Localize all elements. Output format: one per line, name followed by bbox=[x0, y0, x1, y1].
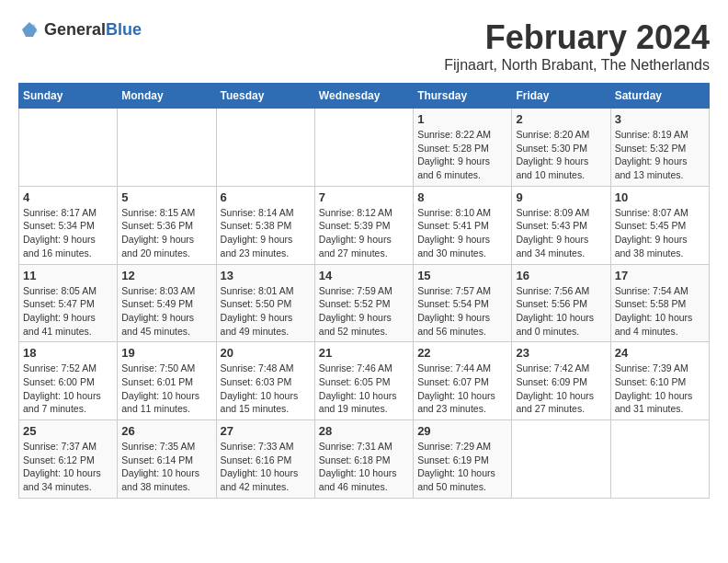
calendar-cell: 5Sunrise: 8:15 AM Sunset: 5:36 PM Daylig… bbox=[118, 186, 216, 264]
day-info: Sunrise: 8:20 AM Sunset: 5:30 PM Dayligh… bbox=[516, 128, 606, 182]
weekday-header-wednesday: Wednesday bbox=[314, 84, 413, 109]
calendar-cell: 18Sunrise: 7:52 AM Sunset: 6:00 PM Dayli… bbox=[19, 342, 118, 420]
day-number: 16 bbox=[516, 269, 606, 282]
day-info: Sunrise: 8:22 AM Sunset: 5:28 PM Dayligh… bbox=[417, 128, 507, 182]
weekday-header-monday: Monday bbox=[118, 84, 216, 109]
day-number: 7 bbox=[319, 190, 409, 204]
weekday-header-tuesday: Tuesday bbox=[216, 84, 314, 109]
day-info: Sunrise: 8:10 AM Sunset: 5:41 PM Dayligh… bbox=[417, 206, 507, 260]
calendar-cell: 19Sunrise: 7:50 AM Sunset: 6:01 PM Dayli… bbox=[118, 342, 216, 420]
day-number: 25 bbox=[23, 424, 113, 438]
calendar-cell: 3Sunrise: 8:19 AM Sunset: 5:32 PM Daylig… bbox=[610, 109, 709, 187]
calendar-cell: 15Sunrise: 7:57 AM Sunset: 5:54 PM Dayli… bbox=[414, 264, 512, 342]
day-number: 26 bbox=[121, 424, 211, 438]
logo-general: General bbox=[44, 20, 106, 39]
day-number: 19 bbox=[121, 346, 211, 360]
day-number: 18 bbox=[23, 346, 113, 360]
subtitle: Fijnaart, North Brabant, The Netherlands bbox=[444, 57, 710, 74]
day-number: 20 bbox=[221, 346, 311, 360]
calendar-cell: 14Sunrise: 7:59 AM Sunset: 5:52 PM Dayli… bbox=[314, 264, 413, 342]
day-info: Sunrise: 7:46 AM Sunset: 6:05 PM Dayligh… bbox=[319, 362, 409, 416]
calendar-cell: 9Sunrise: 8:09 AM Sunset: 5:43 PM Daylig… bbox=[512, 186, 610, 264]
calendar-cell: 27Sunrise: 7:33 AM Sunset: 6:16 PM Dayli… bbox=[216, 420, 314, 499]
day-info: Sunrise: 8:09 AM Sunset: 5:43 PM Dayligh… bbox=[516, 206, 606, 260]
calendar-cell: 23Sunrise: 7:42 AM Sunset: 6:09 PM Dayli… bbox=[512, 342, 610, 420]
day-number: 5 bbox=[121, 190, 211, 204]
calendar-body: 1Sunrise: 8:22 AM Sunset: 5:28 PM Daylig… bbox=[19, 109, 710, 499]
day-number: 17 bbox=[615, 269, 705, 282]
day-info: Sunrise: 7:52 AM Sunset: 6:00 PM Dayligh… bbox=[23, 362, 113, 416]
day-info: Sunrise: 8:15 AM Sunset: 5:36 PM Dayligh… bbox=[121, 206, 211, 260]
calendar-cell: 4Sunrise: 8:17 AM Sunset: 5:34 PM Daylig… bbox=[19, 186, 118, 264]
calendar-cell: 7Sunrise: 8:12 AM Sunset: 5:39 PM Daylig… bbox=[314, 186, 413, 264]
calendar-table: SundayMondayTuesdayWednesdayThursdayFrid… bbox=[18, 83, 710, 499]
calendar-week-5: 25Sunrise: 7:37 AM Sunset: 6:12 PM Dayli… bbox=[19, 420, 710, 499]
calendar-cell: 2Sunrise: 8:20 AM Sunset: 5:30 PM Daylig… bbox=[512, 109, 610, 187]
calendar-cell bbox=[19, 109, 118, 187]
day-info: Sunrise: 7:44 AM Sunset: 6:07 PM Dayligh… bbox=[417, 362, 507, 416]
calendar-cell: 13Sunrise: 8:01 AM Sunset: 5:50 PM Dayli… bbox=[216, 264, 314, 342]
logo-text: GeneralBlue bbox=[44, 20, 142, 40]
day-info: Sunrise: 8:17 AM Sunset: 5:34 PM Dayligh… bbox=[23, 206, 113, 260]
day-number: 10 bbox=[615, 190, 705, 204]
logo-blue: Blue bbox=[106, 20, 142, 39]
calendar-cell: 22Sunrise: 7:44 AM Sunset: 6:07 PM Dayli… bbox=[414, 342, 512, 420]
day-info: Sunrise: 7:31 AM Sunset: 6:18 PM Dayligh… bbox=[319, 440, 409, 494]
day-number: 23 bbox=[516, 346, 606, 360]
weekday-header-thursday: Thursday bbox=[414, 84, 512, 109]
day-number: 6 bbox=[221, 190, 311, 204]
day-number: 8 bbox=[417, 190, 507, 204]
weekday-header-saturday: Saturday bbox=[610, 84, 709, 109]
header: GeneralBlue February 2024 Fijnaart, Nort… bbox=[18, 18, 710, 74]
day-number: 13 bbox=[221, 269, 311, 282]
calendar-cell bbox=[314, 109, 413, 187]
calendar-cell: 8Sunrise: 8:10 AM Sunset: 5:41 PM Daylig… bbox=[414, 186, 512, 264]
main-title: February 2024 bbox=[444, 18, 710, 57]
calendar-cell: 6Sunrise: 8:14 AM Sunset: 5:38 PM Daylig… bbox=[216, 186, 314, 264]
day-info: Sunrise: 8:01 AM Sunset: 5:50 PM Dayligh… bbox=[221, 284, 311, 339]
day-number: 2 bbox=[516, 112, 606, 126]
calendar-cell: 29Sunrise: 7:29 AM Sunset: 6:19 PM Dayli… bbox=[414, 420, 512, 499]
day-info: Sunrise: 7:42 AM Sunset: 6:09 PM Dayligh… bbox=[516, 362, 606, 416]
day-info: Sunrise: 7:39 AM Sunset: 6:10 PM Dayligh… bbox=[615, 362, 705, 416]
day-info: Sunrise: 7:33 AM Sunset: 6:16 PM Dayligh… bbox=[221, 440, 311, 494]
day-info: Sunrise: 8:05 AM Sunset: 5:47 PM Dayligh… bbox=[23, 284, 113, 339]
day-number: 22 bbox=[417, 346, 507, 360]
day-info: Sunrise: 8:14 AM Sunset: 5:38 PM Dayligh… bbox=[221, 206, 311, 260]
calendar-cell: 10Sunrise: 8:07 AM Sunset: 5:45 PM Dayli… bbox=[610, 186, 709, 264]
day-info: Sunrise: 7:37 AM Sunset: 6:12 PM Dayligh… bbox=[23, 440, 113, 494]
day-number: 28 bbox=[319, 424, 409, 438]
calendar-cell: 24Sunrise: 7:39 AM Sunset: 6:10 PM Dayli… bbox=[610, 342, 709, 420]
calendar-cell bbox=[610, 420, 709, 499]
day-number: 12 bbox=[121, 269, 211, 282]
day-info: Sunrise: 7:56 AM Sunset: 5:56 PM Dayligh… bbox=[516, 284, 606, 339]
weekday-row: SundayMondayTuesdayWednesdayThursdayFrid… bbox=[19, 84, 710, 109]
day-info: Sunrise: 8:03 AM Sunset: 5:49 PM Dayligh… bbox=[121, 284, 211, 339]
day-number: 21 bbox=[319, 346, 409, 360]
weekday-header-friday: Friday bbox=[512, 84, 610, 109]
calendar-week-4: 18Sunrise: 7:52 AM Sunset: 6:00 PM Dayli… bbox=[19, 342, 710, 420]
day-info: Sunrise: 8:19 AM Sunset: 5:32 PM Dayligh… bbox=[615, 128, 705, 182]
calendar-cell: 25Sunrise: 7:37 AM Sunset: 6:12 PM Dayli… bbox=[19, 420, 118, 499]
day-info: Sunrise: 7:50 AM Sunset: 6:01 PM Dayligh… bbox=[121, 362, 211, 416]
logo: GeneralBlue bbox=[18, 18, 142, 40]
calendar-cell: 12Sunrise: 8:03 AM Sunset: 5:49 PM Dayli… bbox=[118, 264, 216, 342]
calendar-cell: 21Sunrise: 7:46 AM Sunset: 6:05 PM Dayli… bbox=[314, 342, 413, 420]
calendar-week-2: 4Sunrise: 8:17 AM Sunset: 5:34 PM Daylig… bbox=[19, 186, 710, 264]
day-info: Sunrise: 7:48 AM Sunset: 6:03 PM Dayligh… bbox=[221, 362, 311, 416]
calendar-cell bbox=[118, 109, 216, 187]
day-info: Sunrise: 7:57 AM Sunset: 5:54 PM Dayligh… bbox=[417, 284, 507, 339]
day-info: Sunrise: 8:07 AM Sunset: 5:45 PM Dayligh… bbox=[615, 206, 705, 260]
title-section: February 2024 Fijnaart, North Brabant, T… bbox=[444, 18, 710, 74]
calendar-cell: 16Sunrise: 7:56 AM Sunset: 5:56 PM Dayli… bbox=[512, 264, 610, 342]
day-number: 3 bbox=[615, 112, 705, 126]
calendar-cell: 26Sunrise: 7:35 AM Sunset: 6:14 PM Dayli… bbox=[118, 420, 216, 499]
day-info: Sunrise: 7:54 AM Sunset: 5:58 PM Dayligh… bbox=[615, 284, 705, 339]
day-number: 15 bbox=[417, 269, 507, 282]
calendar-cell bbox=[216, 109, 314, 187]
day-number: 11 bbox=[23, 269, 113, 282]
weekday-header-sunday: Sunday bbox=[19, 84, 118, 109]
day-info: Sunrise: 8:12 AM Sunset: 5:39 PM Dayligh… bbox=[319, 206, 409, 260]
calendar-cell bbox=[512, 420, 610, 499]
day-info: Sunrise: 7:59 AM Sunset: 5:52 PM Dayligh… bbox=[319, 284, 409, 339]
